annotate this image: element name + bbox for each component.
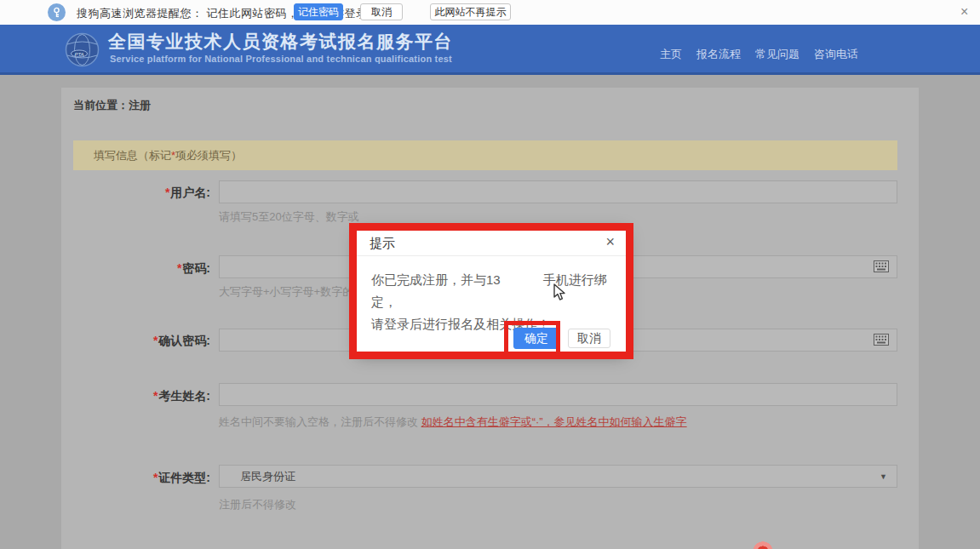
confirm-button[interactable]: 确定 bbox=[513, 328, 559, 349]
site-title: 全国专业技术人员资格考试报名服务平台 bbox=[108, 30, 453, 54]
username-hint: 请填写5至20位字母、数字或 bbox=[219, 209, 359, 225]
candidate-name-label: *考生姓名: bbox=[0, 389, 210, 404]
candidate-name-hint: 姓名中间不要输入空格，注册后不得修改 如姓名中含有生僻字或“·”，参见姓名中如何… bbox=[219, 415, 687, 430]
site-subtitle: Service platform for National Profession… bbox=[110, 54, 452, 64]
dialog-cancel-button[interactable]: 取消 bbox=[568, 329, 610, 348]
password-hint: 大写字母+小写字母+数字的 bbox=[219, 284, 353, 300]
dialog-close-icon[interactable]: × bbox=[605, 233, 615, 251]
notification-close-icon[interactable]: × bbox=[960, 4, 968, 20]
nav-contact-phone[interactable]: 咨询电话 bbox=[814, 47, 858, 62]
dialog-message-line1: 你已完成注册，并与13 bbox=[371, 272, 501, 287]
id-type-label-text: 证件类型: bbox=[158, 471, 210, 484]
required-mark: * bbox=[153, 389, 158, 403]
site-logo-icon: PTA bbox=[65, 32, 100, 71]
candidate-name-label-text: 考生姓名: bbox=[158, 389, 210, 403]
required-mark: * bbox=[177, 261, 181, 275]
dialog-title: 提示 bbox=[370, 236, 395, 252]
key-icon bbox=[48, 3, 66, 21]
keyboard-icon[interactable] bbox=[874, 334, 889, 346]
notification-cancel-button[interactable]: 取消 bbox=[360, 3, 403, 20]
confirm-password-label: *确认密码: bbox=[0, 334, 210, 349]
banner-text: 填写信息（标记 bbox=[94, 149, 171, 162]
browser-notification-bar: 搜狗高速浏览器提醒您： 记住此网站密码，下次一键登录！ 记住密码 取消 此网站不… bbox=[0, 0, 980, 25]
never-remind-button[interactable]: 此网站不再提示 bbox=[430, 3, 511, 20]
nav-registration-process[interactable]: 报名流程 bbox=[696, 47, 741, 62]
id-type-hint: 注册后不得修改 bbox=[219, 497, 296, 512]
chevron-down-icon: ▼ bbox=[880, 466, 887, 488]
logo-text: PTA bbox=[74, 52, 83, 57]
username-input[interactable] bbox=[219, 180, 897, 203]
remember-password-button[interactable]: 记住密码 bbox=[294, 3, 343, 20]
id-type-select[interactable]: 居民身份证 ▼ bbox=[219, 465, 897, 488]
id-type-label: *证件类型: bbox=[0, 471, 210, 486]
top-navigation: 主页 报名流程 常见问题 咨询电话 bbox=[660, 47, 858, 62]
confirmation-dialog: 提示 × 你已完成注册，并与13手机进行绑定， 请登录后进行报名及相关操作！ 确… bbox=[357, 228, 626, 352]
dialog-message: 你已完成注册，并与13手机进行绑定， 请登录后进行报名及相关操作！ bbox=[371, 269, 615, 335]
candidate-name-hint-text: 姓名中间不要输入空格，注册后不得修改 bbox=[219, 415, 421, 428]
required-mark: * bbox=[153, 471, 158, 484]
password-label: *密码: bbox=[0, 261, 210, 277]
username-label: *用户名: bbox=[0, 186, 210, 201]
required-mark: * bbox=[165, 186, 169, 199]
nav-faq[interactable]: 常见问题 bbox=[755, 47, 799, 62]
dialog-header: 提示 × bbox=[357, 228, 626, 256]
banner-text-suffix: 项必须填写） bbox=[175, 149, 242, 162]
id-type-selected-value: 居民身份证 bbox=[240, 470, 295, 483]
site-header: PTA 全国专业技术人员资格考试报名服务平台 Service platform … bbox=[0, 25, 980, 75]
candidate-name-input[interactable] bbox=[219, 383, 897, 406]
keyboard-icon[interactable] bbox=[874, 260, 889, 272]
breadcrumb: 当前位置：注册 bbox=[73, 98, 151, 113]
confirm-password-label-text: 确认密码: bbox=[158, 334, 210, 347]
rare-character-help-link[interactable]: 如姓名中含有生僻字或“·”，参见姓名中如何输入生僻字 bbox=[421, 415, 687, 428]
username-label-text: 用户名: bbox=[170, 186, 210, 199]
required-mark: * bbox=[153, 334, 158, 347]
password-label-text: 密码: bbox=[182, 261, 210, 275]
form-section-banner: 填写信息（标记*项必须填写） bbox=[73, 140, 897, 170]
nav-home[interactable]: 主页 bbox=[660, 47, 682, 62]
